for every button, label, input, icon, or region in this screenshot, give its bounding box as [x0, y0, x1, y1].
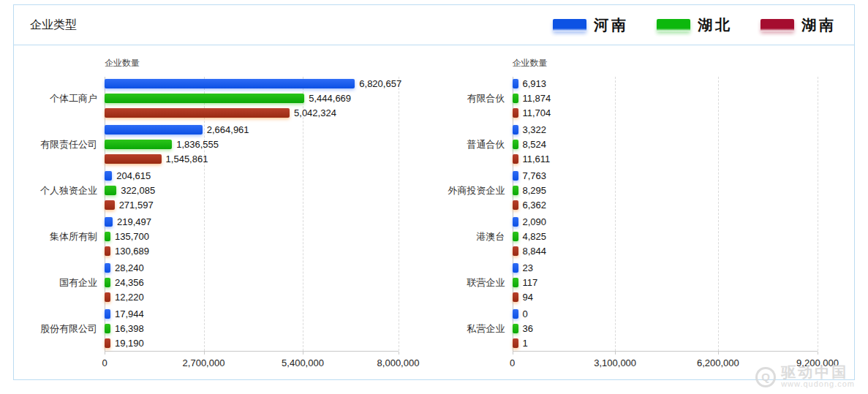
bar-河南[interactable]: [105, 263, 110, 273]
charts-container: 企业数量个体工商户6,820,6575,444,6695,042,324有限责任…: [14, 45, 854, 371]
value-label: 5,042,324: [294, 108, 336, 118]
plot-area: 有限合伙6,91311,87411,704普通合伙3,3228,52411,61…: [442, 75, 843, 352]
value-label: 135,700: [115, 232, 149, 241]
bar-湖北[interactable]: [105, 94, 304, 103]
bar-row: 36: [513, 324, 818, 333]
bar-河南[interactable]: [105, 79, 355, 88]
x-tick-label: 5,400,000: [282, 357, 324, 368]
category-label: 股份有限公司: [23, 322, 105, 336]
value-label: 117: [523, 278, 538, 287]
bar-湖南[interactable]: [513, 154, 518, 164]
legend-item-2[interactable]: 湖北: [657, 15, 733, 35]
bar-河南[interactable]: [105, 309, 110, 319]
bar-湖南[interactable]: [105, 292, 110, 302]
bar-row: 219,497: [105, 217, 399, 227]
bar-湖南[interactable]: [105, 338, 110, 348]
value-label: 6,913: [523, 79, 547, 88]
bar-row: 24,356: [105, 278, 399, 287]
value-label: 23: [523, 263, 533, 273]
bar-湖北[interactable]: [105, 278, 110, 287]
value-label: 19,190: [115, 338, 144, 348]
x-axis-tick: [818, 352, 818, 355]
category-label: 个人独资企业: [23, 184, 105, 197]
category-label: 有限责任公司: [23, 138, 105, 151]
value-label: 2,090: [523, 217, 547, 227]
bar-湖南[interactable]: [513, 200, 518, 210]
bar-河南[interactable]: [513, 309, 518, 319]
x-tick-label: 2,700,000: [183, 357, 225, 368]
bar-湖南[interactable]: [105, 200, 115, 210]
bar-湖北[interactable]: [105, 232, 110, 241]
bar-row: 1: [513, 338, 818, 348]
bar-row: 5,042,324: [105, 108, 399, 118]
value-label: 7,763: [523, 171, 547, 181]
bar-湖南[interactable]: [105, 246, 110, 256]
bar-cluster: 6,91311,87411,704: [513, 79, 843, 118]
category-group: 个人独资企业204,615322,085271,597: [23, 167, 423, 213]
bar-row: 1,836,555: [105, 140, 399, 149]
bar-row: 23: [513, 263, 818, 273]
bar-row: 0: [513, 309, 818, 319]
bar-cluster: 0361: [513, 309, 843, 348]
title-bar: 企业类型 河南湖北湖南: [14, 5, 854, 45]
bar-湖北[interactable]: [105, 140, 172, 149]
chart-enterprise-types-left: 企业数量个体工商户6,820,6575,444,6695,042,324有限责任…: [23, 51, 423, 371]
bar-河南[interactable]: [105, 125, 203, 135]
bar-河南[interactable]: [513, 125, 518, 135]
value-label: 4,825: [523, 232, 547, 241]
legend-label: 湖北: [698, 15, 733, 35]
value-label: 11,611: [523, 154, 551, 164]
value-label: 219,497: [117, 217, 151, 227]
bar-湖北[interactable]: [105, 186, 116, 195]
chart-panel: 企业类型 河南湖北湖南 企业数量个体工商户6,820,6575,444,6695…: [13, 4, 855, 380]
bar-湖南[interactable]: [513, 338, 518, 348]
bar-row: 135,700: [105, 232, 399, 241]
legend-item-1[interactable]: 河南: [553, 15, 629, 35]
value-label: 271,597: [119, 200, 154, 210]
value-label: 8,295: [523, 186, 547, 195]
bar-row: 2,090: [513, 217, 818, 227]
bar-湖北[interactable]: [513, 232, 518, 241]
bar-河南[interactable]: [513, 171, 518, 181]
category-group: 普通合伙3,3228,52411,611: [442, 121, 843, 167]
bar-湖南[interactable]: [105, 154, 162, 164]
bar-河南[interactable]: [105, 217, 113, 227]
bar-河南[interactable]: [513, 217, 518, 227]
bar-cluster: 28,24024,35612,220: [105, 263, 423, 302]
value-label: 1,545,861: [166, 154, 208, 164]
bar-row: 2,664,961: [105, 125, 399, 135]
bar-河南[interactable]: [513, 79, 518, 88]
bar-湖南[interactable]: [513, 246, 518, 256]
value-label: 11,874: [523, 94, 551, 103]
bar-row: 322,085: [105, 186, 399, 195]
x-tick-label: 0: [510, 357, 515, 368]
bar-row: 6,913: [513, 79, 818, 88]
x-axis-tick: [105, 352, 105, 355]
bar-row: 130,689: [105, 246, 399, 256]
legend: 河南湖北湖南: [553, 15, 837, 35]
value-label: 6,820,657: [359, 79, 401, 88]
bar-湖北[interactable]: [513, 94, 518, 103]
bar-row: 8,524: [513, 140, 818, 149]
bar-湖北[interactable]: [513, 278, 518, 287]
x-tick-label: 3,100,000: [594, 357, 636, 368]
x-axis-tick: [615, 352, 616, 355]
bar-湖南[interactable]: [105, 108, 290, 118]
value-label: 12,220: [115, 292, 144, 302]
bar-row: 8,844: [513, 246, 818, 256]
legend-label: 河南: [594, 15, 629, 35]
legend-item-3[interactable]: 湖南: [761, 15, 837, 35]
bar-湖南[interactable]: [513, 108, 518, 118]
bar-河南[interactable]: [513, 263, 518, 273]
x-axis-tick: [513, 352, 513, 355]
bar-河南[interactable]: [105, 171, 112, 181]
bar-湖北[interactable]: [513, 140, 518, 149]
bar-湖北[interactable]: [513, 186, 518, 195]
value-label: 6,362: [523, 200, 547, 210]
bar-row: 11,704: [513, 108, 818, 118]
bar-湖北[interactable]: [513, 324, 518, 333]
value-label: 94: [523, 292, 533, 302]
bar-湖南[interactable]: [513, 292, 518, 302]
bar-湖北[interactable]: [105, 324, 110, 333]
bar-row: 3,322: [513, 125, 818, 135]
